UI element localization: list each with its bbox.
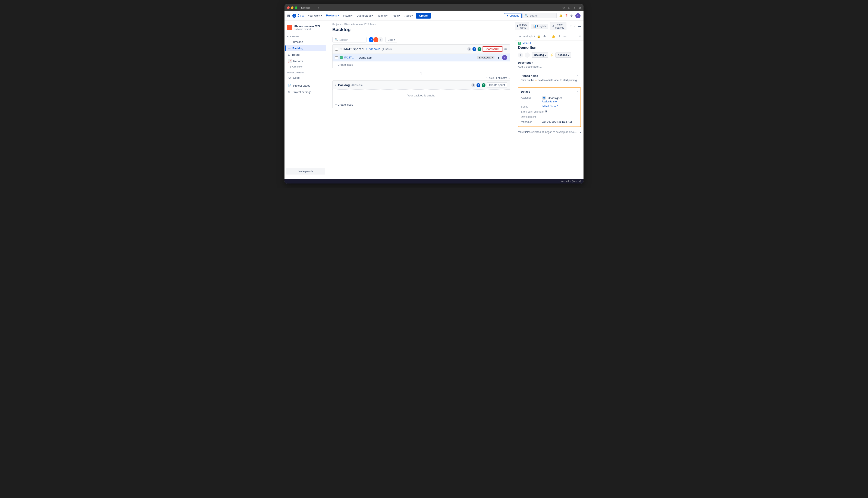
pages-icon: 📄: [288, 84, 292, 87]
thumbsup-icon[interactable]: 👍: [551, 34, 556, 39]
badge-done: 0: [472, 47, 476, 51]
issue-checkbox[interactable]: [335, 56, 338, 59]
more-panel-icon[interactable]: •••: [563, 34, 567, 39]
nav-teams[interactable]: Teams▾: [376, 13, 389, 18]
jira-logo[interactable]: Jira: [292, 14, 304, 18]
backlog-title: Backlog: [338, 83, 350, 87]
actions-dropdown-button[interactable]: Actions ▾: [555, 52, 571, 57]
breadcrumb: Projects / iThome Ironman 2024 Team: [327, 21, 515, 26]
lock-icon[interactable]: 🔒: [536, 34, 541, 39]
sidebar-item-board[interactable]: ⊞ Board: [285, 52, 326, 57]
add-dates-button[interactable]: ✏ Add dates: [366, 48, 380, 51]
breadcrumb-projects[interactable]: Projects: [332, 23, 342, 26]
status-chevron-icon: ▾: [545, 54, 546, 56]
description-empty[interactable]: Add a description...: [518, 65, 581, 68]
share-icon[interactable]: ⇪: [570, 25, 572, 28]
backlog-search[interactable]: 🔍 Search: [332, 37, 367, 42]
import-work-button[interactable]: ⬆ Import work: [515, 22, 529, 30]
sidebar-item-timeline[interactable]: — Timeline: [285, 39, 326, 45]
details-collapse-icon[interactable]: ^: [577, 90, 578, 93]
expand-icon[interactable]: ⤢: [574, 25, 576, 28]
panel-title: Demo Item: [515, 44, 584, 52]
backlog-toggle[interactable]: ▾: [335, 84, 336, 87]
issue-summary[interactable]: Demo Item: [359, 56, 475, 59]
more-actions-panel[interactable]: ...: [525, 52, 530, 57]
minimize-button[interactable]: [291, 6, 293, 9]
add-view-btn[interactable]: + + Add view: [284, 64, 327, 70]
view-settings-icon: ⊛: [552, 25, 554, 28]
add-user-button[interactable]: +: [378, 37, 384, 43]
more-fields-button[interactable]: More fields selected at, began to develo…: [515, 129, 584, 135]
sprint-value[interactable]: IM24T Sprint 1: [542, 105, 559, 108]
close-panel-button[interactable]: ×: [579, 35, 581, 38]
help-icon[interactable]: ❓: [565, 14, 568, 17]
epic-filter-button[interactable]: Epic ▾: [385, 37, 397, 42]
nav-projects[interactable]: Projects▾: [324, 13, 341, 18]
notifications-icon[interactable]: 🔔: [559, 14, 563, 17]
refined-at-row: refined at Oct 04, 2024 at 1:13 AM: [521, 119, 578, 124]
sprint-checkbox[interactable]: [335, 48, 338, 51]
pinned-title: Pinned fields: [521, 74, 538, 77]
insights-button[interactable]: 📊 Insights: [531, 24, 548, 29]
sprint-label: Sprint: [521, 105, 540, 108]
create-sprint-button[interactable]: Create sprint: [487, 82, 507, 88]
panel-issue-id: S IM24T-1: [515, 41, 584, 44]
sidebar-item-backlog[interactable]: ☰ Backlog: [285, 45, 326, 51]
nav-filters[interactable]: Filters▾: [341, 13, 354, 18]
assign-me-link[interactable]: Assign to me: [542, 100, 563, 103]
panel-issue-key: IM24T-1: [522, 42, 531, 44]
sidebar-item-code[interactable]: </> Code: [285, 75, 326, 81]
settings-icon[interactable]: ⚙: [570, 14, 573, 17]
edit-icon[interactable]: ✏: [518, 34, 522, 39]
sidebar-item-project-settings[interactable]: ⚙ Project settings: [285, 89, 326, 95]
nav-plans[interactable]: Plans▾: [390, 13, 402, 18]
upgrade-icon: ✦: [507, 14, 509, 17]
share-panel-icon[interactable]: ⇪: [557, 34, 561, 39]
nav-forward[interactable]: ›: [317, 5, 320, 10]
nav-apps[interactable]: Apps▾: [403, 13, 414, 18]
watch-icon[interactable]: 👁: [542, 34, 547, 39]
more-icon[interactable]: •••: [578, 25, 581, 28]
resize-handle[interactable]: ⇅: [327, 71, 515, 76]
invite-people-button[interactable]: Invite people: [286, 168, 325, 174]
issue-key[interactable]: IM24T-1: [344, 56, 357, 59]
import-icon: ⬆: [516, 25, 519, 28]
nav-your-work[interactable]: Your work▾: [306, 13, 323, 18]
backlog-empty-message: Your backlog is empty.: [333, 89, 510, 101]
sidebar-item-label-code: Code: [293, 76, 299, 79]
table-row[interactable]: S IM24T-1 Demo Item BACKLOG ▾ 5 Y: [333, 54, 510, 62]
badge-total: 5: [467, 47, 471, 51]
sidebar-item-reports[interactable]: 📈 Reports: [285, 58, 326, 64]
start-sprint-button[interactable]: Start sprint: [483, 46, 502, 52]
traffic-lights: [287, 6, 297, 9]
drag-icon: ⇅: [420, 72, 422, 75]
user-avatar[interactable]: Y: [575, 13, 581, 19]
more-fields-chevron-icon: ▾: [580, 131, 581, 133]
status-select-button[interactable]: Backlog ▾: [532, 52, 548, 57]
grid-icon[interactable]: ⊞: [287, 14, 290, 18]
refined-at-value: Oct 04, 2024 at 1:13 AM: [542, 120, 578, 123]
add-child-button[interactable]: +: [518, 52, 523, 57]
sprint-toggle[interactable]: ▾: [341, 48, 342, 51]
sprint-row: Sprint IM24T Sprint 1: [521, 104, 578, 109]
sprint-header: ▾ IM24T Sprint 1 ✏ Add dates (1 issue) 5…: [333, 44, 510, 54]
story-point-row: Story point estimate 5: [521, 109, 578, 114]
create-issue-backlog[interactable]: + Create issue: [333, 101, 510, 108]
create-button[interactable]: Create: [416, 13, 431, 18]
sidebar-item-project-pages[interactable]: 📄 Project pages: [285, 82, 326, 89]
issue-status-button[interactable]: BACKLOG ▾: [477, 56, 495, 59]
nav-search-bar[interactable]: 🔍 Search: [522, 13, 557, 18]
view-settings-button[interactable]: ⊛ View settings: [550, 22, 566, 30]
sprint-more-button[interactable]: •••: [503, 47, 507, 51]
breadcrumb-project[interactable]: iThome Ironman 2024 Team: [344, 23, 376, 26]
backlog-icon: ☰: [288, 47, 291, 50]
create-issue-sprint[interactable]: + Create issue: [333, 62, 510, 68]
nav-back[interactable]: ‹: [314, 5, 316, 10]
maximize-button[interactable]: [295, 6, 297, 9]
upgrade-button[interactable]: ✦ Upgrade: [504, 13, 522, 18]
titlebar-nav[interactable]: ‹ ›: [314, 5, 320, 10]
sidebar-item-label-board: Board: [292, 53, 299, 56]
nav-dashboards[interactable]: Dashboards▾: [355, 13, 375, 18]
close-pinned-icon[interactable]: ×: [576, 74, 578, 77]
close-button[interactable]: [287, 6, 290, 9]
